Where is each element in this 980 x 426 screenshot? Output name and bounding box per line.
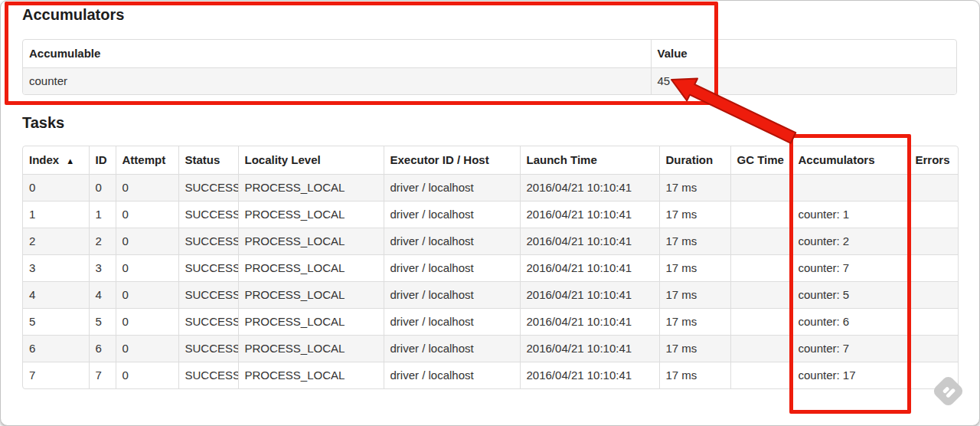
table-cell: 17 ms [659, 362, 730, 389]
header-row: AccumulableValue [23, 40, 956, 68]
table-row: 440SUCCESSPROCESS_LOCALdriver / localhos… [23, 282, 958, 309]
table-cell [730, 255, 792, 282]
column-header-locality-level[interactable]: Locality Level [238, 146, 384, 175]
table-cell [730, 362, 792, 389]
column-header-executor-id-host[interactable]: Executor ID / Host [384, 146, 520, 175]
table-cell: counter: 6 [792, 309, 909, 336]
table-cell: counter [23, 68, 651, 95]
table-cell: 7 [89, 362, 116, 389]
table-cell: counter: 1 [792, 202, 909, 228]
table-cell: driver / localhost [384, 175, 520, 202]
column-header-launch-time[interactable]: Launch Time [520, 146, 659, 175]
table-cell: 2016/04/21 10:10:41 [520, 228, 659, 255]
tasks-table-grid: Index▲IDAttemptStatusLocality LevelExecu… [23, 146, 958, 388]
table-cell: 4 [23, 282, 89, 309]
table-cell: SUCCESS [178, 336, 238, 362]
column-header-label: Errors [916, 153, 950, 166]
table-cell: 17 ms [659, 309, 730, 336]
column-header-value: Value [651, 40, 956, 68]
table-cell: counter: 2 [792, 228, 909, 255]
table-cell [909, 336, 958, 362]
table-cell [730, 336, 792, 362]
tasks-table: Index▲IDAttemptStatusLocality LevelExecu… [22, 146, 959, 389]
accumulators-section-title: Accumulators [22, 6, 124, 24]
table-cell: counter: 5 [792, 282, 909, 309]
table-cell: 0 [116, 255, 178, 282]
table-cell: 2016/04/21 10:10:41 [520, 362, 659, 389]
table-cell: 0 [23, 175, 89, 202]
table-cell: 45 [651, 68, 956, 95]
column-header-duration[interactable]: Duration [659, 146, 730, 175]
table-cell [730, 175, 792, 202]
column-header-label: Value [658, 47, 688, 60]
table-cell: 0 [116, 362, 178, 389]
column-header-label: Duration [666, 153, 714, 166]
accumulators-table: AccumulableValuecounter45 [22, 39, 957, 95]
table-cell [792, 175, 909, 202]
table-cell: driver / localhost [384, 362, 520, 389]
table-cell [909, 255, 958, 282]
table-cell: 2 [89, 228, 116, 255]
table-cell: PROCESS_LOCAL [238, 362, 384, 389]
column-header-accumulators[interactable]: Accumulators [792, 146, 909, 175]
table-cell: counter: 7 [792, 336, 909, 362]
table-cell: 17 ms [659, 336, 730, 362]
table-cell: driver / localhost [384, 309, 520, 336]
table-cell: 3 [23, 255, 89, 282]
column-header-accumulable: Accumulable [23, 40, 651, 68]
table-cell: 17 ms [659, 202, 730, 228]
table-cell: SUCCESS [178, 175, 238, 202]
column-header-label: GC Time [737, 153, 784, 166]
table-cell: driver / localhost [384, 336, 520, 362]
column-header-label: Accumulable [29, 47, 100, 60]
column-header-label: Accumulators [799, 153, 875, 166]
table-cell: 2016/04/21 10:10:41 [520, 336, 659, 362]
table-cell [909, 202, 958, 228]
table-cell: 0 [116, 336, 178, 362]
table-cell: 0 [89, 175, 116, 202]
table-cell [909, 175, 958, 202]
column-header-label: Status [185, 153, 220, 166]
table-cell: 1 [89, 202, 116, 228]
column-header-id[interactable]: ID [89, 146, 116, 175]
table-cell [909, 309, 958, 336]
column-header-index[interactable]: Index▲ [23, 146, 89, 175]
table-cell: PROCESS_LOCAL [238, 309, 384, 336]
table-cell: PROCESS_LOCAL [238, 228, 384, 255]
table-cell: SUCCESS [178, 309, 238, 336]
table-cell: driver / localhost [384, 228, 520, 255]
table-cell: 5 [89, 309, 116, 336]
table-cell [909, 228, 958, 255]
table-cell [730, 309, 792, 336]
table-cell [730, 282, 792, 309]
table-row: 660SUCCESSPROCESS_LOCALdriver / localhos… [23, 336, 958, 362]
table-cell: 7 [23, 362, 89, 389]
table-cell: 1 [23, 202, 89, 228]
column-header-attempt[interactable]: Attempt [116, 146, 178, 175]
column-header-label: ID [96, 153, 107, 166]
table-cell: 2016/04/21 10:10:41 [520, 255, 659, 282]
table-cell: PROCESS_LOCAL [238, 282, 384, 309]
table-cell: 0 [116, 282, 178, 309]
column-header-gc-time[interactable]: GC Time [730, 146, 792, 175]
table-cell: SUCCESS [178, 255, 238, 282]
table-cell: driver / localhost [384, 202, 520, 228]
table-cell: PROCESS_LOCAL [238, 202, 384, 228]
column-header-label: Locality Level [245, 153, 321, 166]
tasks-section-title: Tasks [22, 114, 64, 132]
table-row: 770SUCCESSPROCESS_LOCALdriver / localhos… [23, 362, 958, 389]
table-cell: SUCCESS [178, 202, 238, 228]
table-cell: 0 [116, 228, 178, 255]
table-cell: PROCESS_LOCAL [238, 175, 384, 202]
table-cell: PROCESS_LOCAL [238, 336, 384, 362]
column-header-errors[interactable]: Errors [909, 146, 958, 175]
table-cell: 6 [89, 336, 116, 362]
table-cell: SUCCESS [178, 228, 238, 255]
table-cell: 2016/04/21 10:10:41 [520, 175, 659, 202]
table-cell: 17 ms [659, 175, 730, 202]
table-cell: counter: 7 [792, 255, 909, 282]
column-header-status[interactable]: Status [178, 146, 238, 175]
table-cell: 2 [23, 228, 89, 255]
table-cell: 3 [89, 255, 116, 282]
table-cell [730, 202, 792, 228]
